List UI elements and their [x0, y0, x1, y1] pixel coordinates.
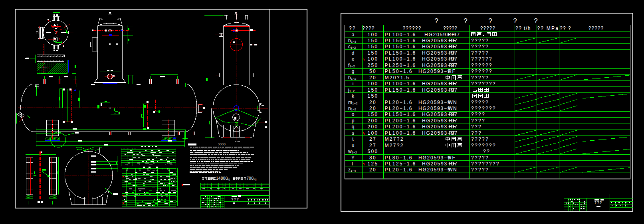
svg-text:RF: RF	[449, 81, 456, 86]
svg-text:RF: RF	[448, 69, 456, 74]
svg-text:?: ?	[434, 17, 438, 25]
svg-text:????: ????	[362, 26, 375, 31]
svg-text:?????: ?????	[471, 50, 489, 56]
svg-text:k: k	[352, 93, 355, 99]
svg-text:??????: ??????	[471, 69, 493, 74]
svg-text:?: ?	[488, 17, 492, 25]
svg-text:PL100−1.6: PL100−1.6	[385, 56, 416, 62]
svg-text:150: 150	[368, 50, 378, 56]
svg-text:????????: ????????	[471, 161, 500, 167]
svg-text:?????: ?????	[471, 44, 489, 49]
svg-text:RF: RF	[449, 124, 456, 130]
svg-text:PL100−1.6: PL100−1.6	[385, 32, 416, 37]
svg-text:PL200−1.6: PL200−1.6	[385, 124, 416, 130]
svg-text:20: 20	[369, 167, 376, 173]
svg-text:PL100−1.6: PL100−1.6	[385, 130, 416, 136]
svg-text:PL20−1.6: PL20−1.6	[385, 167, 413, 173]
svg-text:?????: ?????	[471, 75, 489, 81]
svg-text:?: ?	[464, 17, 467, 25]
svg-text:RF: RF	[449, 38, 456, 43]
svg-text:?? MPa: ?? MPa	[537, 26, 559, 31]
svg-text:kg: kg	[254, 178, 257, 181]
svg-text:150: 150	[368, 93, 378, 99]
svg-text:125: 125	[368, 161, 378, 167]
svg-text:??????: ??????	[471, 56, 493, 62]
svg-text:g: g	[352, 69, 355, 74]
svg-text:???: ???	[231, 197, 239, 201]
svg-text:20: 20	[369, 75, 376, 81]
svg-text:PL20−1.6: PL20−1.6	[385, 100, 413, 105]
svg-text:200: 200	[368, 124, 378, 130]
svg-text:WN: WN	[448, 106, 457, 111]
svg-text:HG20593−9: HG20593−9	[418, 167, 451, 173]
svg-text:700: 700	[247, 176, 254, 181]
svg-text:???????: ???????	[471, 143, 496, 148]
svg-text:o: o	[352, 112, 355, 117]
svg-text:???: ???	[471, 130, 482, 136]
svg-text:??: ??	[349, 26, 356, 31]
svg-text:20: 20	[369, 106, 376, 111]
svg-text:PL50−1.6: PL50−1.6	[385, 69, 413, 74]
svg-text:?? ?: ?? ?	[560, 26, 571, 31]
svg-text:?????: ?????	[471, 167, 489, 173]
svg-text:PL200−1.6: PL200−1.6	[385, 118, 416, 124]
svg-text:100: 100	[368, 130, 378, 136]
svg-text:Γ: Γ	[352, 161, 355, 167]
svg-text:???: ???	[471, 124, 482, 130]
svg-text:HG20593−9: HG20593−9	[418, 106, 451, 111]
svg-text:RF: RF	[449, 112, 456, 117]
svg-text:HG20593−9: HG20593−9	[418, 69, 451, 74]
svg-text:200: 200	[368, 118, 378, 124]
svg-text:PL250−1.6: PL250−1.6	[385, 63, 416, 68]
svg-text:50: 50	[369, 69, 376, 74]
svg-text:100: 100	[368, 32, 378, 37]
svg-text:?????: ?????	[480, 26, 495, 31]
svg-text:PL125−1.6: PL125−1.6	[385, 161, 416, 167]
svg-text:250: 250	[368, 63, 378, 68]
svg-text:100: 100	[368, 81, 378, 86]
svg-text:?: ?	[534, 17, 537, 25]
svg-text:i: i	[353, 81, 354, 86]
svg-text:27: 27	[369, 136, 376, 142]
svg-text:kg: kg	[227, 178, 230, 181]
svg-text:Y: Y	[351, 155, 355, 161]
svg-text:M27?2: M27?2	[385, 143, 404, 148]
svg-text:?????: ?????	[471, 100, 489, 105]
svg-text:RF: RF	[449, 161, 456, 167]
svg-text:q: q	[352, 124, 355, 130]
svg-text:M20?1.5: M20?1.5	[385, 75, 410, 81]
svg-text:RF: RF	[448, 32, 455, 37]
svg-text:?????: ?????	[589, 26, 604, 31]
svg-text:PL150−1.6: PL150−1.6	[385, 112, 416, 117]
svg-text:27: 27	[369, 143, 376, 148]
svg-text:150: 150	[368, 112, 378, 117]
svg-text:s: s	[352, 130, 354, 136]
svg-text:?????: ?????	[471, 136, 489, 142]
svg-text:RF: RF	[449, 56, 456, 62]
svg-text:???????: ???????	[471, 106, 496, 111]
svg-text:PL150−1.6: PL150−1.6	[385, 38, 416, 43]
svg-text:20: 20	[369, 100, 376, 105]
svg-text:M27?2: M27?2	[385, 136, 404, 142]
svg-text:d: d	[352, 50, 355, 56]
svg-text:PL80−1.6: PL80−1.6	[385, 155, 413, 161]
svg-text:HG20593−9: HG20593−9	[418, 155, 451, 161]
svg-text:500: 500	[368, 149, 378, 154]
svg-text:PL150−1.6: PL150−1.6	[385, 87, 416, 93]
svg-text:HG20593−9: HG20593−9	[418, 100, 451, 105]
svg-text:RF: RF	[449, 63, 456, 68]
svg-text:?????: ?????	[471, 155, 489, 161]
svg-text:PL100−1.6: PL100−1.6	[385, 81, 416, 86]
svg-text:RF: RF	[449, 44, 456, 49]
svg-text:RF: RF	[449, 130, 456, 136]
svg-text:150: 150	[368, 87, 378, 93]
svg-text:e: e	[352, 56, 355, 62]
svg-text:u: u	[352, 143, 355, 148]
svg-text:RF: RF	[449, 87, 456, 93]
svg-text:100: 100	[368, 56, 378, 62]
svg-text:p: p	[352, 118, 355, 124]
svg-text:??????: ??????	[402, 26, 421, 31]
svg-text:????: ????	[471, 112, 485, 117]
svg-text:PL20−1.6: PL20−1.6	[385, 106, 413, 111]
svg-text:PL150−1.6: PL150−1.6	[385, 44, 416, 49]
